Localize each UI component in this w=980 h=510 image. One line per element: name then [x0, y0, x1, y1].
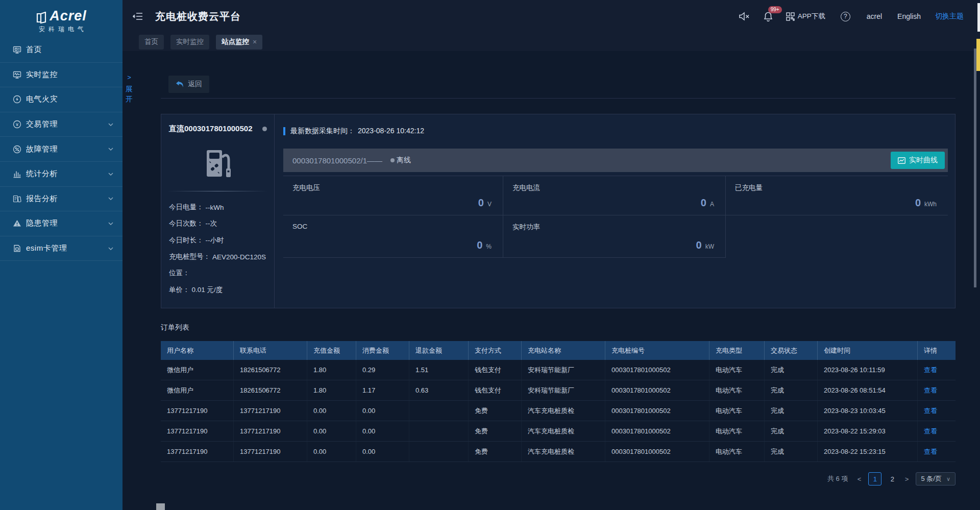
view-detail-link[interactable]: 查看	[918, 401, 955, 421]
cell: 1.80	[307, 360, 356, 380]
chevron-down-icon: ∨	[946, 476, 950, 482]
cell: 0.00	[307, 401, 356, 421]
close-icon[interactable]: ×	[253, 38, 257, 46]
sidebar-item-report-analysis[interactable]: 报告分析	[0, 187, 122, 212]
gun-id: 0003017801000502/1——	[292, 156, 382, 165]
stat-soc: SOC 0%	[283, 215, 503, 258]
page-number-1[interactable]: 1	[868, 472, 881, 485]
divider	[167, 191, 268, 191]
help-icon[interactable]: ?	[841, 12, 850, 21]
tab-label: 首页	[144, 37, 158, 46]
view-detail-link[interactable]: 查看	[918, 421, 955, 441]
cell: 13771217190	[161, 442, 234, 462]
cell: 免费	[469, 442, 522, 462]
cell: 安科瑞节能新厂	[522, 380, 605, 400]
pagination-total: 共 6 项	[827, 474, 848, 483]
realtime-curve-button[interactable]: 实时曲线	[891, 152, 945, 169]
collect-time-value: 2023-08-26 10:42:12	[358, 127, 424, 135]
cell: 2023-08-22 15:23:15	[818, 442, 918, 462]
chevron-right-icon: >	[124, 74, 134, 81]
stat-value: 0	[478, 197, 484, 209]
device-info-row: 今日次数：--次	[169, 215, 270, 232]
charging-pile-icon	[205, 148, 231, 180]
back-button[interactable]: 返回	[168, 76, 209, 93]
column-header: 用户名称	[161, 341, 234, 360]
notifications-bell[interactable]: 99+	[764, 11, 773, 21]
mute-icon[interactable]	[739, 12, 750, 21]
page-size-value: 5 条/页	[921, 474, 941, 483]
brand-name: Acrel	[50, 8, 87, 24]
sidebar-item-fault-mgmt[interactable]: 故障管理	[0, 137, 122, 162]
sidebar-item-label: 交易管理	[26, 119, 58, 129]
cell: 完成	[765, 360, 818, 380]
sidebar: Acrel 安科瑞电气 首页 实时监控 电气火灾 ¥ 交易管理	[0, 0, 122, 510]
sidebar-item-stats-analysis[interactable]: 统计分析	[0, 162, 122, 187]
view-detail-link[interactable]: 查看	[918, 442, 955, 462]
scrollbar-thumb-gray[interactable]	[974, 48, 976, 287]
sidebar-item-realtime-monitor[interactable]: 实时监控	[0, 63, 122, 88]
sidebar-item-label: 隐患管理	[26, 218, 58, 228]
tab-station-monitor[interactable]: 站点监控 ×	[216, 35, 262, 50]
language-switch[interactable]: English	[897, 12, 921, 20]
cell: 微信用户	[161, 380, 234, 400]
column-header: 充电站名称	[522, 341, 605, 360]
page-size-select[interactable]: 5 条/页 ∨	[916, 472, 955, 485]
stat-label: SOC	[292, 223, 307, 230]
device-info-row: 充电桩型号：AEV200-DC120S	[169, 249, 270, 265]
cell: 0.00	[307, 421, 356, 441]
device-info-list: 今日电量：--kWh 今日次数：--次 今日时长：--小时 充电桩型号：AEV2…	[169, 199, 270, 298]
sidebar-item-hazard-mgmt[interactable]: 隐患管理	[0, 211, 122, 236]
transaction-icon: ¥	[13, 120, 21, 129]
column-header: 支付方式	[469, 341, 522, 360]
horizontal-scrollbar-thumb[interactable]	[156, 503, 165, 510]
view-detail-link[interactable]: 查看	[918, 360, 955, 380]
stat-unit: V	[487, 201, 492, 208]
orders-title: 订单列表	[161, 323, 189, 332]
accent-bar	[283, 127, 285, 135]
sidebar-item-label: 报告分析	[26, 194, 58, 204]
stat-label: 充电电压	[292, 183, 320, 192]
cell: 1.80	[307, 380, 356, 400]
cell: 13771217190	[234, 442, 307, 462]
help-glyph: ?	[844, 13, 847, 20]
sidebar-item-home[interactable]: 首页	[0, 38, 122, 63]
app-download-button[interactable]: APP下载	[786, 12, 825, 21]
cell	[409, 421, 469, 441]
gun-status-bar: 0003017801000502/1—— 离线 实时曲线	[283, 149, 948, 172]
stat-value: 0	[701, 197, 706, 209]
device-summary: 直流0003017801000502 今日电量：--kWh 今日次数：--次 今…	[161, 114, 275, 308]
sidebar-item-transaction-mgmt[interactable]: ¥ 交易管理	[0, 112, 122, 137]
prev-page-icon[interactable]: <	[855, 475, 863, 483]
divider	[161, 98, 955, 99]
stat-unit: kW	[705, 243, 714, 250]
cell: 完成	[765, 380, 818, 400]
page-number-2[interactable]: 2	[887, 472, 897, 485]
tab-bar: 首页 实时监控 站点监控 ×	[122, 33, 980, 51]
cell: 电动汽车	[709, 421, 765, 441]
station-panel: 直流0003017801000502 今日电量：--kWh 今日次数：--次 今…	[161, 114, 955, 308]
stat-unit: kWh	[924, 201, 937, 208]
scrollbar-fragment	[977, 3, 980, 32]
cell	[409, 442, 469, 462]
username[interactable]: acrel	[867, 12, 882, 20]
tab-home[interactable]: 首页	[139, 35, 164, 50]
view-detail-link[interactable]: 查看	[918, 380, 955, 400]
sidebar-item-label: 首页	[26, 45, 42, 55]
device-title: 直流0003017801000502	[169, 124, 252, 134]
cell: 完成	[765, 421, 818, 441]
chevron-down-icon	[108, 222, 113, 225]
sidebar-item-esim-mgmt[interactable]: esim卡管理	[0, 236, 122, 261]
sidebar-expander[interactable]: > 展开	[124, 74, 134, 104]
cell: 0.00	[307, 442, 356, 462]
tab-realtime-monitor[interactable]: 实时监控	[170, 35, 209, 50]
sidebar-item-electrical-fire[interactable]: 电气火灾	[0, 87, 122, 112]
next-page-icon[interactable]: >	[903, 475, 910, 483]
switch-theme-link[interactable]: 切换主题	[935, 12, 964, 21]
column-header: 充电桩编号	[605, 341, 709, 360]
cell: 汽车充电桩质检	[522, 401, 605, 421]
collapse-menu-icon[interactable]	[133, 12, 143, 20]
brand-logo-main: Acrel	[36, 8, 87, 24]
scrollbar-thumb-yellow[interactable]	[976, 39, 980, 71]
device-info-row: 位置：	[169, 265, 270, 281]
home-icon	[13, 45, 21, 54]
